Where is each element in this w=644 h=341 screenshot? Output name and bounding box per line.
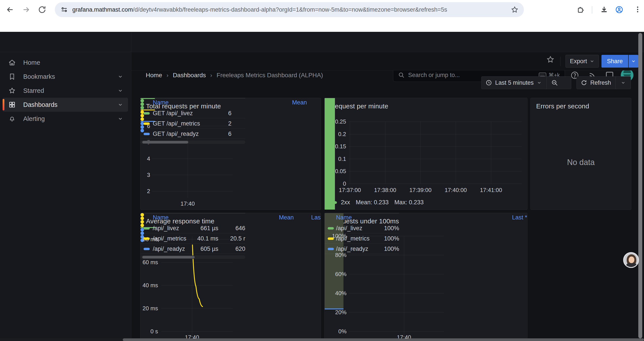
zoom-out-icon [551, 79, 558, 86]
legend-value: 20.5 r [230, 233, 245, 244]
vertical-scrollbar[interactable] [638, 33, 642, 338]
legend-series-name[interactable]: /api/_metrics [336, 233, 370, 244]
share-button[interactable]: Share [602, 55, 628, 68]
legend-row: /api/_readyz605 µs620 [140, 244, 245, 254]
chevron-down-icon[interactable] [118, 116, 123, 122]
sidebar-item-label: Bookmarks [23, 73, 55, 80]
legend-series-name[interactable]: /api/_livez [336, 223, 362, 233]
floating-assistant-avatar[interactable] [623, 252, 639, 268]
bookmark-star-icon[interactable] [511, 6, 518, 14]
favorite-star-icon[interactable] [546, 55, 554, 64]
legend-series-name[interactable]: /api/_livez [153, 223, 179, 233]
breadcrumb-item: Freeleaps Metrics Dashboard (ALPHA) [216, 72, 323, 79]
chevron-down-icon[interactable] [118, 102, 123, 108]
url-text[interactable]: grafana.mathmast.com/d/deytv4rwavabkb/fr… [72, 6, 511, 13]
sidebar-item-alerting[interactable]: Alerting [3, 112, 128, 126]
sidebar-item-dashboards[interactable]: Dashboards [3, 98, 128, 112]
h-gridline [349, 312, 444, 312]
grid-icon [8, 101, 16, 108]
profile-icon[interactable] [615, 6, 624, 14]
refresh-interval-button[interactable] [616, 80, 631, 85]
sidebar-item-label: Alerting [23, 115, 45, 122]
v-gridline [456, 122, 456, 184]
legend-scrollbar-thumb[interactable] [142, 256, 195, 258]
grafana-header: Grafana Home›Dashboards›Freeleaps Metric… [0, 32, 644, 52]
y-tick-label: 0.2 [325, 131, 346, 138]
h-gridline [348, 159, 522, 159]
legend-series-color [144, 112, 150, 115]
legend-value: 6 [228, 129, 232, 139]
legend-series-name[interactable]: /api/_readyz [336, 244, 368, 254]
bookmark-icon [8, 73, 16, 80]
chevron-down-icon[interactable] [118, 88, 123, 94]
bell-icon [8, 115, 16, 122]
share-caret-button[interactable] [629, 55, 638, 68]
reload-icon[interactable] [38, 5, 46, 14]
legend-series-color [331, 201, 337, 204]
refresh-icon [581, 80, 587, 86]
sidebar-item-starred[interactable]: Starred [3, 84, 128, 98]
legend-column-header[interactable]: Name [153, 213, 168, 222]
legend-column-header[interactable]: Mean [292, 98, 307, 107]
y-tick-label: 3 [140, 171, 150, 178]
chevron-down-icon [537, 80, 542, 85]
sidebar-item-home[interactable]: Home [3, 56, 128, 70]
download-icon[interactable] [600, 5, 608, 14]
y-tick-label: 0.15 [325, 143, 346, 150]
sidebar-item-bookmarks[interactable]: Bookmarks [3, 70, 128, 84]
h-gridline [349, 255, 444, 255]
legend-value: 6 [228, 108, 232, 118]
h-gridline [152, 175, 233, 175]
legend-series-name[interactable]: GET /api/_livez [153, 108, 193, 118]
extensions-icon[interactable] [576, 6, 584, 14]
chevron-down-icon [631, 59, 636, 64]
h-gridline [348, 122, 522, 122]
tune-icon[interactable] [60, 6, 68, 14]
legend-series-name[interactable]: 2xx [341, 199, 350, 206]
export-button[interactable]: Export [566, 55, 599, 68]
no-data-message: No data [531, 158, 631, 167]
panel-title: Errors per second [536, 103, 589, 110]
zoom-out-button[interactable] [547, 79, 563, 86]
chart-area: 0.250.20.150.10.05017:37:0017:38:0017:39… [325, 98, 527, 210]
legend-row: GET /api/_livez6 [140, 108, 245, 118]
horizontal-scrollbar-thumb[interactable] [123, 338, 644, 341]
sidebar-item-label: Home [23, 59, 40, 66]
url-bar[interactable]: grafana.mathmast.com/d/deytv4rwavabkb/fr… [55, 2, 524, 17]
menu-kebab-icon[interactable] [634, 5, 642, 14]
y-tick-label: 0.1 [325, 155, 346, 162]
back-icon[interactable] [6, 5, 14, 14]
h-gridline [348, 171, 522, 171]
legend-series-color [328, 227, 334, 229]
sidebar-item-label: Dashboards [23, 101, 58, 108]
legend-series-name[interactable]: /api/_readyz [153, 244, 185, 254]
legend-value: 661 µs [200, 223, 218, 233]
legend-scrollbar-track [140, 140, 245, 144]
legend-row: /api/_readyz100% [325, 244, 399, 254]
h-gridline [349, 331, 444, 331]
legend-column-header[interactable]: Name [153, 98, 168, 107]
sidebar-border [131, 32, 131, 341]
legend-series-name[interactable]: GET /api/_readyz [153, 129, 199, 139]
data-point [140, 99, 144, 103]
breadcrumb-item[interactable]: Home [146, 72, 162, 79]
x-tick-label: 17:39:00 [403, 187, 438, 194]
breadcrumb-item[interactable]: Dashboards [173, 72, 206, 79]
legend-series-name[interactable]: /api/_metrics [153, 233, 186, 244]
clock-icon [486, 80, 492, 86]
chevron-down-icon[interactable] [118, 74, 123, 80]
time-range-label[interactable]: Last 5 minutes [495, 80, 534, 86]
legend-row: /api/_metrics40.1 ms20.5 r [140, 233, 245, 244]
horizontal-scrollbar-track [0, 338, 644, 341]
legend-scrollbar-thumb[interactable] [142, 141, 188, 144]
y-tick-label: 0.05 [325, 168, 346, 175]
legend-column-header[interactable]: Las [311, 213, 321, 222]
legend-series-name[interactable]: GET /api/_metrics [153, 119, 200, 129]
legend-column-header[interactable]: Mean [279, 213, 294, 222]
legend-column-header[interactable]: Last * [512, 213, 527, 222]
legend-series-color [144, 122, 150, 125]
refresh-label[interactable]: Refresh [590, 80, 611, 86]
forward-icon[interactable] [22, 5, 30, 14]
legend-value: 100% [384, 244, 399, 254]
legend-column-header[interactable]: Name [336, 213, 352, 222]
